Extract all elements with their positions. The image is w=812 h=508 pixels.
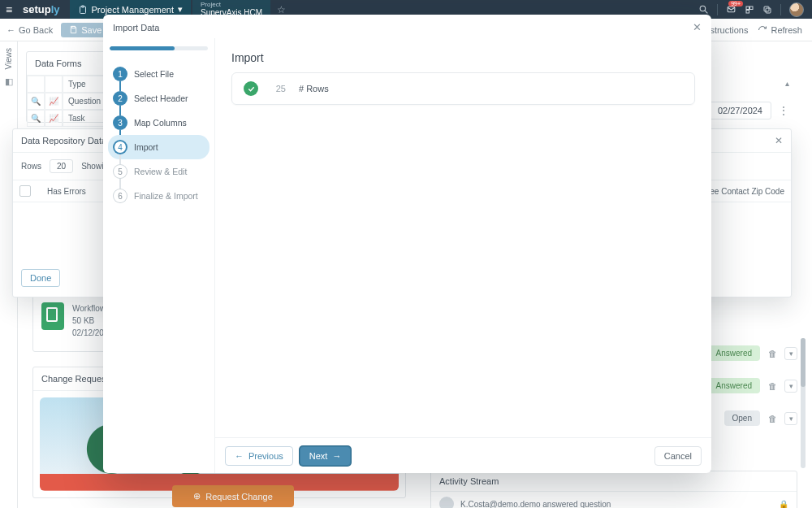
row-count: 25 [271, 84, 286, 93]
step-finalize-import[interactable]: 6Finalize & Import [108, 184, 209, 208]
next-button[interactable]: Next → [300, 446, 352, 466]
step-import[interactable]: 4Import [108, 135, 209, 159]
import-heading: Import [215, 38, 711, 72]
import-summary-row: 25 # Rows [231, 72, 695, 105]
progress-bar [110, 46, 208, 50]
arrow-left-icon: ← [235, 451, 244, 461]
cancel-button[interactable]: Cancel [654, 446, 702, 466]
close-icon[interactable]: ✕ [693, 21, 702, 33]
step-select-file[interactable]: 1Select File [108, 62, 209, 86]
step-review-edit[interactable]: 5Review & Edit [108, 159, 209, 184]
import-data-modal: Import Data ✕ 1Select File 2Select Heade… [103, 15, 711, 473]
check-circle-icon [244, 81, 258, 96]
modal-title: Import Data [113, 23, 159, 33]
modal-overlay: Import Data ✕ 1Select File 2Select Heade… [0, 0, 812, 508]
previous-button[interactable]: ← Previous [225, 446, 293, 466]
stepper: 1Select File 2Select Header 3Map Columns… [103, 38, 214, 473]
step-map-columns[interactable]: 3Map Columns [108, 111, 209, 135]
arrow-right-icon: → [332, 451, 341, 461]
row-label: # Rows [299, 84, 329, 93]
step-select-header[interactable]: 2Select Header [108, 86, 209, 111]
